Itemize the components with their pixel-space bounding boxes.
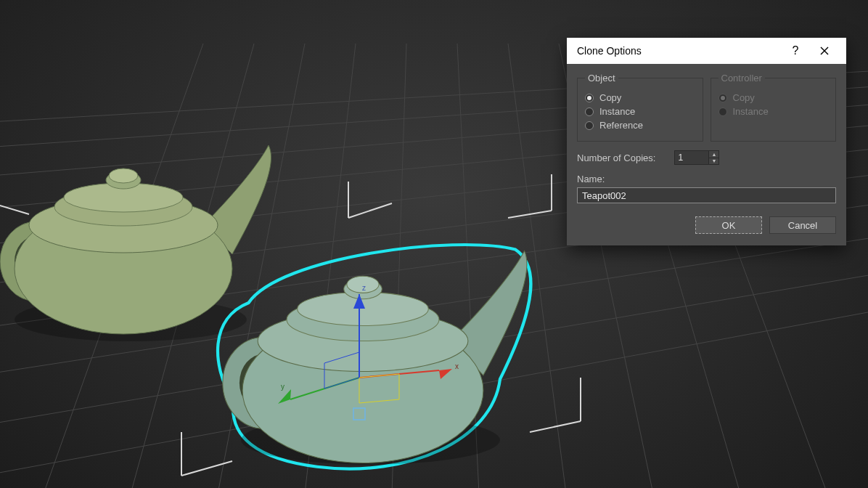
object-instance-radio[interactable]: Instance [585,106,695,117]
radio-label: Instance [599,106,635,117]
radio-icon [585,107,594,116]
radio-label: Reference [599,120,643,131]
copies-label: Number of Copies: [577,152,655,163]
spinner-down[interactable]: ▼ [709,158,718,165]
object-reference-radio[interactable]: Reference [585,120,695,131]
cancel-button[interactable]: Cancel [769,216,836,234]
object-group: Object Copy Instance Reference [577,73,703,142]
dialog-title: Clone Options [577,45,781,57]
gizmo-x-label: x [455,362,459,370]
spinner-up[interactable]: ▲ [709,151,718,158]
dialog-body: Object Copy Instance Reference Controlle… [567,64,846,245]
object-teapot002[interactable] [218,245,531,469]
dialog-titlebar[interactable]: Clone Options ? [567,38,846,64]
radio-label: Instance [733,106,769,117]
copies-spinner[interactable]: ▲ ▼ [674,150,719,165]
svg-point-28 [109,168,138,183]
controller-group-legend: Controller [718,73,765,84]
object-group-legend: Object [585,73,618,84]
gizmo-y-label: y [281,383,284,391]
help-button[interactable]: ? [781,38,810,64]
name-label: Name: [577,174,836,184]
name-row: Name: [577,174,836,203]
name-input[interactable] [577,187,836,203]
radio-label: Copy [599,92,621,103]
close-icon [820,46,829,55]
radio-icon [718,94,727,102]
controller-instance-radio: Instance [718,106,829,117]
clone-options-dialog: Clone Options ? Object Copy Instance [567,38,846,245]
controller-group: Controller Copy Instance [711,73,837,142]
object-copy-radio[interactable]: Copy [585,92,695,103]
ok-button[interactable]: OK [695,216,762,234]
radio-label: Copy [733,92,755,103]
copies-row: Number of Copies: ▲ ▼ [577,150,836,165]
radio-icon [585,121,594,130]
object-teapot001[interactable] [0,145,271,341]
radio-icon [718,107,727,116]
gizmo-z-label: z [362,284,366,292]
controller-copy-radio: Copy [718,92,829,103]
copies-input[interactable] [675,151,708,164]
radio-icon [585,94,594,102]
close-button[interactable] [810,38,839,64]
